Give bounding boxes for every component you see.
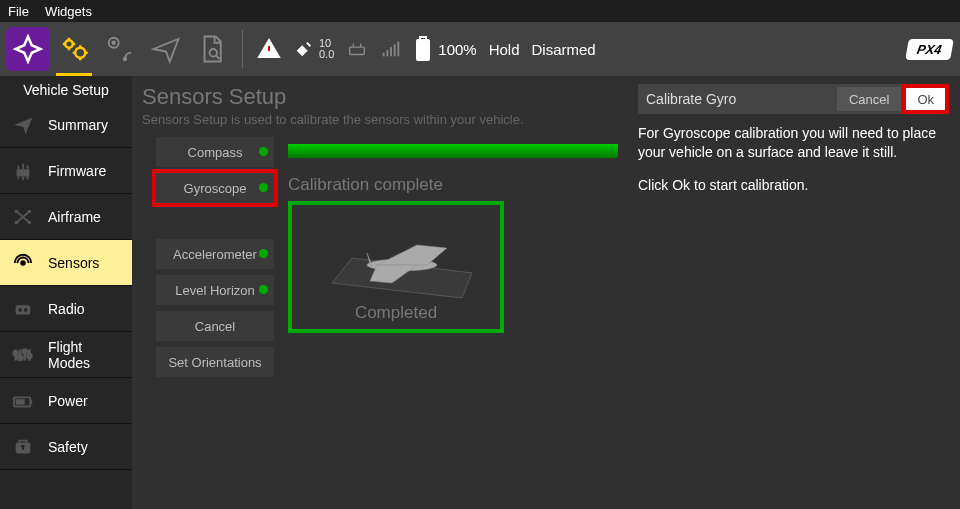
completed-label: Completed bbox=[355, 303, 437, 323]
button-label: Accelerometer bbox=[173, 247, 257, 262]
signal-icon bbox=[380, 38, 402, 60]
svg-rect-15 bbox=[419, 42, 427, 58]
waypoint-icon[interactable] bbox=[98, 27, 142, 71]
svg-marker-37 bbox=[377, 245, 447, 265]
sidebar: Vehicle Setup Summary Firmware Airframe … bbox=[0, 76, 132, 509]
toolbar: 100.0 100% Hold Disarmed PX4 bbox=[0, 22, 960, 76]
svg-rect-7 bbox=[350, 47, 365, 54]
vehicle-icon bbox=[322, 223, 482, 303]
svg-rect-31 bbox=[16, 399, 25, 405]
px4-logo: PX4 bbox=[906, 39, 954, 60]
svg-rect-34 bbox=[22, 445, 24, 450]
svg-rect-10 bbox=[390, 47, 392, 56]
sidebar-item-label: Sensors bbox=[48, 255, 99, 271]
sidebar-item-label: Radio bbox=[48, 301, 85, 317]
menu-bar: File Widgets bbox=[0, 0, 960, 22]
dialog-panel: Calibrate Gyro Cancel Ok For Gyroscope c… bbox=[630, 84, 950, 501]
svg-rect-8 bbox=[383, 53, 385, 57]
sidebar-item-summary[interactable]: Summary bbox=[0, 102, 132, 148]
svg-point-1 bbox=[75, 48, 85, 58]
sidebar-item-power[interactable]: Power bbox=[0, 378, 132, 424]
svg-rect-16 bbox=[17, 169, 30, 176]
svg-rect-11 bbox=[394, 44, 396, 56]
svg-point-26 bbox=[18, 355, 22, 359]
sidebar-item-label: Safety bbox=[48, 439, 88, 455]
calibration-visual: Completed bbox=[288, 201, 504, 333]
dialog-cancel-button[interactable]: Cancel bbox=[837, 87, 901, 111]
sidebar-item-label: Power bbox=[48, 393, 88, 409]
sidebar-item-label: Summary bbox=[48, 117, 108, 133]
svg-point-3 bbox=[113, 42, 116, 45]
page-subtitle: Sensors Setup is used to calibrate the s… bbox=[142, 112, 630, 127]
svg-rect-30 bbox=[30, 400, 32, 404]
sidebar-item-airframe[interactable]: Airframe bbox=[0, 194, 132, 240]
svg-point-4 bbox=[124, 58, 127, 61]
calibration-status-label: Calibration complete bbox=[288, 175, 504, 195]
svg-point-25 bbox=[14, 351, 18, 355]
app-icon[interactable] bbox=[6, 27, 50, 71]
warning-icon bbox=[257, 37, 281, 61]
svg-rect-9 bbox=[387, 50, 389, 56]
sidebar-item-label: Flight Modes bbox=[48, 339, 124, 371]
battery-pct: 100% bbox=[438, 41, 476, 58]
svg-point-21 bbox=[21, 261, 25, 265]
svg-rect-14 bbox=[420, 37, 426, 40]
svg-point-24 bbox=[24, 308, 28, 312]
svg-point-23 bbox=[18, 308, 22, 312]
svg-point-27 bbox=[23, 349, 27, 353]
setup-icon[interactable] bbox=[52, 27, 96, 71]
svg-rect-12 bbox=[398, 42, 400, 57]
button-label: Level Horizon bbox=[175, 283, 255, 298]
dialog-header: Calibrate Gyro Cancel Ok bbox=[638, 84, 946, 114]
battery-icon bbox=[414, 36, 432, 62]
button-label: Compass bbox=[188, 145, 243, 160]
level-horizon-button[interactable]: Level Horizon bbox=[156, 275, 274, 305]
menu-file[interactable]: File bbox=[8, 4, 29, 19]
dialog-text-1: For Gyroscope calibration you will need … bbox=[638, 124, 946, 162]
sidebar-item-firmware[interactable]: Firmware bbox=[0, 148, 132, 194]
page-title: Sensors Setup bbox=[142, 84, 630, 110]
svg-point-0 bbox=[65, 40, 73, 48]
button-label: Gyroscope bbox=[184, 181, 247, 196]
fly-icon[interactable] bbox=[144, 27, 188, 71]
sidebar-item-label: Firmware bbox=[48, 163, 106, 179]
set-orientations-button[interactable]: Set Orientations bbox=[156, 347, 274, 377]
analyze-icon[interactable] bbox=[190, 27, 234, 71]
gyroscope-button[interactable]: Gyroscope bbox=[156, 173, 274, 203]
svg-rect-22 bbox=[16, 305, 31, 314]
sidebar-title: Vehicle Setup bbox=[0, 76, 132, 102]
dialog-text-2: Click Ok to start calibration. bbox=[638, 176, 946, 195]
sidebar-item-safety[interactable]: Safety bbox=[0, 424, 132, 470]
arm-state: Disarmed bbox=[532, 41, 596, 58]
dialog-title: Calibrate Gyro bbox=[646, 91, 837, 107]
dialog-ok-button[interactable]: Ok bbox=[905, 87, 946, 111]
svg-point-28 bbox=[28, 354, 32, 358]
button-label: Cancel bbox=[195, 319, 235, 334]
svg-point-6 bbox=[268, 53, 270, 55]
sidebar-item-radio[interactable]: Radio bbox=[0, 286, 132, 332]
rc-icon bbox=[346, 38, 368, 60]
sidebar-item-flightmodes[interactable]: Flight Modes bbox=[0, 332, 132, 378]
accelerometer-button[interactable]: Accelerometer bbox=[156, 239, 274, 269]
sidebar-item-sensors[interactable]: Sensors bbox=[0, 240, 132, 286]
button-label: Set Orientations bbox=[168, 355, 261, 370]
telemetry: 100.0 100% Hold Disarmed bbox=[257, 36, 596, 62]
main-content: Sensors Setup Sensors Setup is used to c… bbox=[142, 84, 630, 501]
satellite-icon bbox=[293, 38, 315, 60]
progress-bar bbox=[288, 144, 618, 158]
menu-widgets[interactable]: Widgets bbox=[45, 4, 92, 19]
cancel-button[interactable]: Cancel bbox=[156, 311, 274, 341]
compass-button[interactable]: Compass bbox=[156, 137, 274, 167]
flight-mode: Hold bbox=[489, 41, 520, 58]
sidebar-item-label: Airframe bbox=[48, 209, 101, 225]
